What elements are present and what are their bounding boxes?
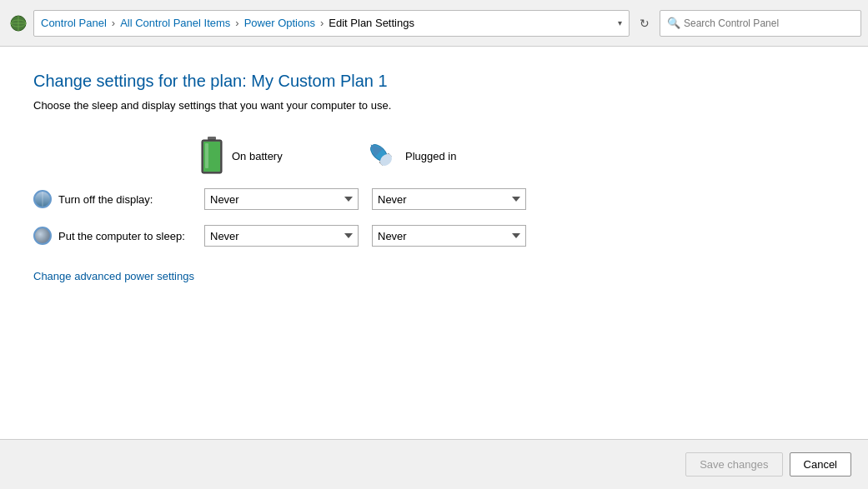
breadcrumb-area: Control Panel › All Control Panel Items … (33, 10, 630, 37)
search-input[interactable] (684, 17, 854, 29)
column-headers: On battery Plugged in (200, 137, 835, 175)
sleep-label: Put the computer to sleep: (58, 230, 204, 242)
address-bar: Control Panel › All Control Panel Items … (0, 0, 868, 47)
plug-icon (367, 137, 397, 175)
footer-bar: Save changes Cancel (0, 439, 868, 489)
main-content: Change settings for the plan: My Custom … (0, 47, 868, 439)
sleep-battery-select[interactable]: Never 1 minute 2 minutes 5 minutes 10 mi… (204, 225, 359, 247)
refresh-button[interactable]: ↻ (633, 12, 656, 35)
breadcrumb-sep-2: › (235, 17, 238, 29)
home-icon[interactable] (7, 12, 30, 35)
breadcrumb-dropdown-button[interactable]: ▾ (618, 18, 622, 27)
col-label-battery: On battery (232, 150, 283, 162)
col-header-plugged: Plugged in (367, 137, 534, 175)
breadcrumb-control-panel[interactable]: Control Panel (41, 17, 107, 29)
breadcrumb-power-options[interactable]: Power Options (244, 17, 315, 29)
display-plugged-select[interactable]: Never 1 minute 2 minutes 5 minutes 10 mi… (372, 188, 526, 210)
breadcrumb-sep-1: › (112, 17, 115, 29)
display-setting-row: Turn off the display: Never 1 minute 2 m… (33, 188, 835, 210)
sleep-setting-row: Put the computer to sleep: Never 1 minut… (33, 225, 835, 247)
sleep-plugged-select[interactable]: Never 1 minute 2 minutes 5 minutes 10 mi… (372, 225, 526, 247)
svg-rect-7 (205, 143, 208, 168)
battery-icon (200, 137, 223, 175)
sleep-selects: Never 1 minute 2 minutes 5 minutes 10 mi… (204, 225, 526, 247)
breadcrumb-edit-plan: Edit Plan Settings (329, 17, 414, 29)
col-header-battery: On battery (200, 137, 367, 175)
search-box: 🔍 (660, 10, 861, 37)
display-battery-select[interactable]: Never 1 minute 2 minutes 5 minutes 10 mi… (204, 188, 359, 210)
display-label: Turn off the display: (58, 193, 204, 206)
display-selects: Never 1 minute 2 minutes 5 minutes 10 mi… (204, 188, 526, 210)
save-button[interactable]: Save changes (685, 452, 782, 477)
svg-rect-4 (208, 137, 216, 140)
page-title: Change settings for the plan: My Custom … (33, 72, 835, 91)
page-subtitle: Choose the sleep and display settings th… (33, 99, 835, 112)
display-icon (33, 190, 52, 208)
sleep-icon (33, 227, 52, 245)
breadcrumb-sep-3: › (320, 17, 324, 29)
breadcrumb-all-items[interactable]: All Control Panel Items (120, 17, 230, 29)
search-icon: 🔍 (667, 17, 680, 29)
advanced-power-settings-link[interactable]: Change advanced power settings (33, 270, 194, 282)
cancel-button[interactable]: Cancel (790, 452, 851, 477)
col-label-plugged: Plugged in (405, 150, 456, 162)
